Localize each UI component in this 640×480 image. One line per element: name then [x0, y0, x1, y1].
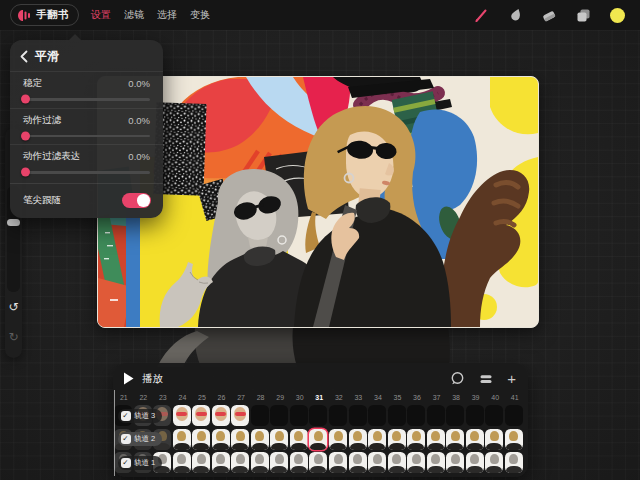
redo-button[interactable]: ↻: [5, 330, 22, 344]
slider-knob[interactable]: [21, 95, 30, 104]
frame-cell-2-38[interactable]: [446, 429, 464, 450]
frame-number-38[interactable]: 38: [446, 394, 466, 401]
frame-cell-2-29[interactable]: [270, 429, 288, 450]
frame-cell-1-36[interactable]: [407, 452, 425, 473]
frame-cell-3-31[interactable]: [309, 405, 327, 426]
frame-cell-2-34[interactable]: [368, 429, 386, 450]
frame-cell-3-41[interactable]: [505, 405, 523, 426]
frame-number-41[interactable]: 41: [505, 394, 525, 401]
frame-number-28[interactable]: 28: [251, 394, 271, 401]
play-control[interactable]: 播放: [123, 372, 163, 386]
frame-cell-2-30[interactable]: [290, 429, 308, 450]
slider-knob[interactable]: [21, 131, 30, 140]
frame-number-23[interactable]: 23: [153, 394, 173, 401]
frame-cell-1-29[interactable]: [270, 452, 288, 473]
frame-cell-2-37[interactable]: [427, 429, 445, 450]
frame-cell-3-27[interactable]: [231, 405, 249, 426]
frame-cell-3-36[interactable]: [407, 405, 425, 426]
frame-cell-3-28[interactable]: [251, 405, 269, 426]
frame-cell-1-26[interactable]: [212, 452, 230, 473]
track-checkbox-icon[interactable]: ✓: [121, 411, 131, 421]
frame-cell-3-34[interactable]: [368, 405, 386, 426]
track-label-1[interactable]: ✓轨道 1: [118, 456, 162, 470]
frame-cell-3-26[interactable]: [212, 405, 230, 426]
frame-cell-2-33[interactable]: [349, 429, 367, 450]
frame-cell-3-25[interactable]: [192, 405, 210, 426]
add-track-button[interactable]: +: [507, 372, 516, 386]
pen-follow-toggle[interactable]: [122, 193, 151, 209]
frame-cell-2-27[interactable]: [231, 429, 249, 450]
frame-number-29[interactable]: 29: [270, 394, 290, 401]
frame-cell-3-29[interactable]: [270, 405, 288, 426]
frame-cell-2-24[interactable]: [173, 429, 191, 450]
frame-cell-1-34[interactable]: [368, 452, 386, 473]
frame-cell-2-35[interactable]: [388, 429, 406, 450]
frame-cell-1-31[interactable]: [309, 452, 327, 473]
frame-cell-1-39[interactable]: [466, 452, 484, 473]
smudge-button[interactable]: [506, 6, 524, 24]
frame-cell-1-35[interactable]: [388, 452, 406, 473]
frame-number-37[interactable]: 37: [427, 394, 447, 401]
comment-bubble-icon[interactable]: [449, 371, 465, 387]
frame-number-36[interactable]: 36: [407, 394, 427, 401]
frame-cell-3-37[interactable]: [427, 405, 445, 426]
frame-cell-3-24[interactable]: [173, 405, 191, 426]
frame-cell-2-40[interactable]: [485, 429, 503, 450]
frame-cell-3-30[interactable]: [290, 405, 308, 426]
slider-track[interactable]: [23, 98, 150, 101]
frame-cell-1-27[interactable]: [231, 452, 249, 473]
frame-cell-2-39[interactable]: [466, 429, 484, 450]
slider-track[interactable]: [23, 135, 150, 138]
undo-button[interactable]: ↺: [5, 300, 22, 314]
slider-track[interactable]: [23, 171, 150, 174]
frame-cell-1-41[interactable]: [505, 452, 523, 473]
frame-cell-2-32[interactable]: [329, 429, 347, 450]
track-label-2[interactable]: ✓轨道 2: [118, 432, 162, 446]
frame-cell-1-24[interactable]: [173, 452, 191, 473]
track-checkbox-icon[interactable]: ✓: [121, 458, 131, 468]
brush-size-knob[interactable]: [7, 219, 20, 226]
frame-number-25[interactable]: 25: [192, 394, 212, 401]
frame-cell-3-38[interactable]: [446, 405, 464, 426]
frame-cell-1-28[interactable]: [251, 452, 269, 473]
paint-brush-button[interactable]: [472, 6, 490, 24]
frame-cell-2-26[interactable]: [212, 429, 230, 450]
frame-number-33[interactable]: 33: [349, 394, 369, 401]
frame-cell-3-39[interactable]: [466, 405, 484, 426]
playhead-line[interactable]: [114, 390, 116, 476]
frame-number-40[interactable]: 40: [485, 394, 505, 401]
frame-number-22[interactable]: 22: [134, 394, 154, 401]
menu-item-settings[interactable]: 设置: [91, 8, 111, 22]
frame-number-24[interactable]: 24: [173, 394, 193, 401]
frame-cell-1-25[interactable]: [192, 452, 210, 473]
frame-cell-2-31[interactable]: [309, 429, 327, 450]
track-options-icon[interactable]: [478, 371, 494, 387]
frame-number-26[interactable]: 26: [212, 394, 232, 401]
frame-cell-2-36[interactable]: [407, 429, 425, 450]
menu-item-transform[interactable]: 变换: [190, 8, 210, 22]
drawing-canvas[interactable]: [97, 76, 539, 328]
menu-item-select[interactable]: 选择: [157, 8, 177, 22]
frame-number-27[interactable]: 27: [231, 394, 251, 401]
frame-cell-1-33[interactable]: [349, 452, 367, 473]
app-title-chip[interactable]: 手翻书: [10, 4, 79, 26]
track-label-3[interactable]: ✓轨道 3: [118, 409, 162, 423]
frame-cell-3-40[interactable]: [485, 405, 503, 426]
frame-cell-1-40[interactable]: [485, 452, 503, 473]
frame-cell-2-28[interactable]: [251, 429, 269, 450]
frame-cell-1-30[interactable]: [290, 452, 308, 473]
frame-number-34[interactable]: 34: [368, 394, 388, 401]
frame-number-30[interactable]: 30: [290, 394, 310, 401]
frame-number-32[interactable]: 32: [329, 394, 349, 401]
back-chevron-icon[interactable]: [20, 50, 28, 63]
layers-button[interactable]: [574, 6, 592, 24]
frame-cell-1-32[interactable]: [329, 452, 347, 473]
frame-cell-3-32[interactable]: [329, 405, 347, 426]
frame-cell-1-37[interactable]: [427, 452, 445, 473]
color-swatch-button[interactable]: [608, 6, 626, 24]
eraser-button[interactable]: [540, 6, 558, 24]
menu-item-filters[interactable]: 滤镜: [124, 8, 144, 22]
frame-number-39[interactable]: 39: [466, 394, 486, 401]
track-checkbox-icon[interactable]: ✓: [121, 434, 131, 444]
frame-number-21[interactable]: 21: [114, 394, 134, 401]
